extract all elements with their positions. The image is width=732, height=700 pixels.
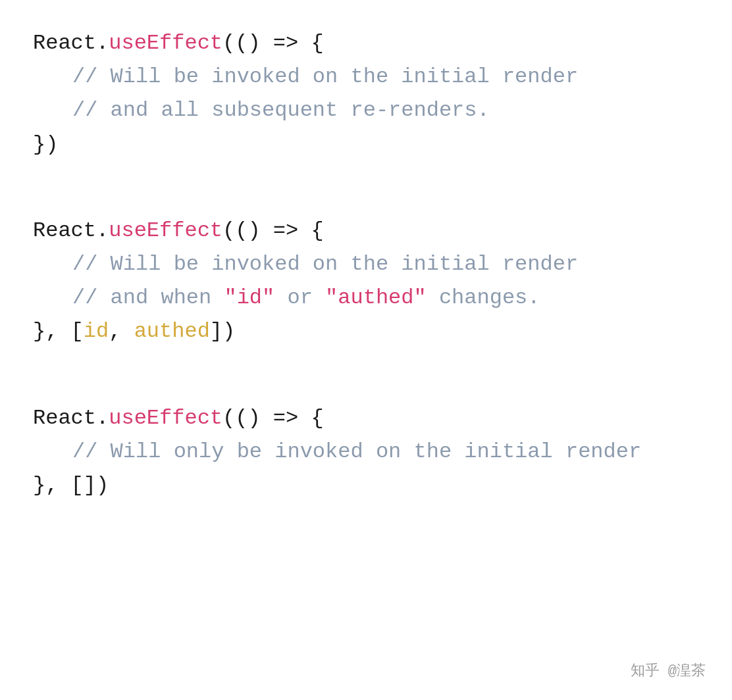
code-part-3-2-1: // Will only be invoked on the initial r… bbox=[72, 439, 641, 464]
code-part-1-4-1: }) bbox=[33, 132, 58, 157]
code-part-2-1-3: useEffect bbox=[109, 218, 222, 243]
code-part-2-1-1: React bbox=[33, 218, 96, 243]
code-indent bbox=[33, 435, 72, 468]
code-part-2-3-3: or bbox=[274, 286, 325, 310]
code-part-2-4-3: , bbox=[109, 319, 134, 343]
code-part-3-1-2: . bbox=[96, 406, 109, 430]
code-part-2-2-1: // Will be invoked on the initial render bbox=[72, 252, 578, 276]
code-part-1-2-1: // Will be invoked on the initial render bbox=[72, 64, 578, 89]
code-part-1-1-4: (() => { bbox=[222, 31, 324, 55]
code-part-2-3-2: "id" bbox=[224, 286, 274, 310]
code-part-1-1-2: . bbox=[96, 31, 109, 55]
code-block-3: React.useEffect(() => { // Will only be … bbox=[33, 401, 699, 503]
code-block-2: React.useEffect(() => { // Will be invok… bbox=[33, 214, 699, 349]
code-line-2-1: React.useEffect(() => { bbox=[33, 214, 699, 247]
code-line-1-4: }) bbox=[33, 128, 699, 161]
code-indent bbox=[33, 60, 72, 93]
code-part-2-1-2: . bbox=[96, 218, 109, 243]
code-line-3-2: // Will only be invoked on the initial r… bbox=[33, 435, 699, 468]
code-part-3-1-1: React bbox=[33, 406, 96, 430]
code-line-3-3: }, []) bbox=[33, 468, 699, 502]
code-part-2-4-4: authed bbox=[134, 319, 210, 343]
watermark-label: 知乎 @湟茶 bbox=[631, 661, 706, 680]
code-part-1-1-1: React bbox=[33, 31, 96, 55]
code-line-1-1: React.useEffect(() => { bbox=[33, 26, 699, 60]
code-part-2-4-1: }, [ bbox=[33, 319, 84, 343]
code-part-2-3-5: changes. bbox=[427, 286, 540, 310]
code-line-2-2: // Will be invoked on the initial render bbox=[33, 247, 699, 281]
code-part-2-3-4: "authed" bbox=[325, 286, 427, 310]
code-part-1-3-1: // and all subsequent re-renders. bbox=[72, 98, 490, 122]
code-line-1-2: // Will be invoked on the initial render bbox=[33, 60, 699, 93]
code-indent bbox=[33, 93, 72, 127]
code-block-1: React.useEffect(() => { // Will be invok… bbox=[33, 26, 699, 161]
code-line-3-1: React.useEffect(() => { bbox=[33, 401, 699, 435]
code-part-2-4-5: ]) bbox=[210, 319, 235, 343]
code-line-1-3: // and all subsequent re-renders. bbox=[33, 93, 699, 127]
code-part-1-1-3: useEffect bbox=[109, 31, 222, 55]
code-line-2-3: // and when "id" or "authed" changes. bbox=[33, 281, 699, 314]
code-part-3-1-4: (() => { bbox=[222, 406, 324, 430]
code-part-2-4-2: id bbox=[84, 319, 109, 343]
code-part-3-3-1: }, []) bbox=[33, 473, 109, 497]
code-part-2-3-1: // and when bbox=[72, 286, 224, 310]
code-line-2-4: }, [id, authed]) bbox=[33, 314, 699, 348]
code-container: React.useEffect(() => { // Will be invok… bbox=[33, 26, 699, 502]
code-part-2-1-4: (() => { bbox=[222, 218, 324, 243]
code-indent bbox=[33, 247, 72, 281]
code-indent bbox=[33, 281, 72, 314]
code-part-3-1-3: useEffect bbox=[109, 406, 222, 430]
